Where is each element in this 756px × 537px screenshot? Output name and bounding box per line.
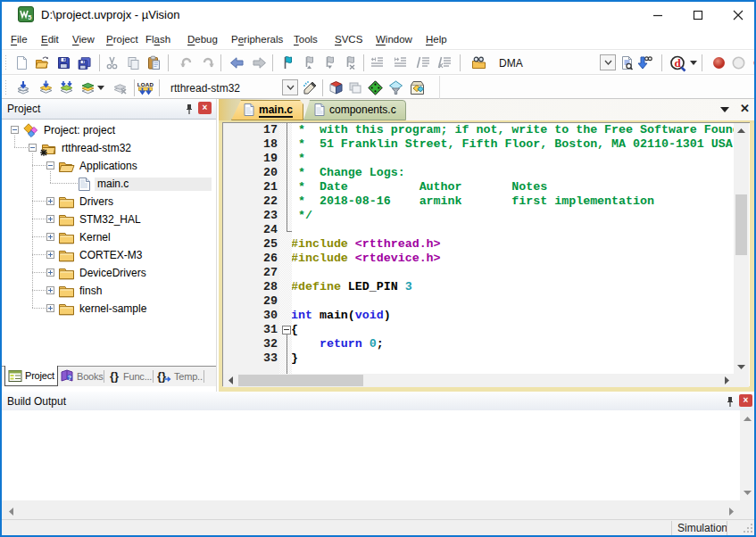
editor-vertical-scrollbar[interactable] [734,123,749,374]
tree-item-label[interactable]: Applications [79,160,137,172]
menu-peripherals[interactable]: Peripherals [231,32,283,48]
tree-item-label[interactable]: rtthread-stm32 [62,142,131,154]
editor-tab-components-c[interactable]: components.c [303,100,406,120]
tree-item-rtthread-stm32[interactable]: rtthread-stm32 [2,139,216,157]
tree-item-project-project[interactable]: Project: project [2,121,216,139]
manage-books-icon[interactable] [348,80,363,95]
tree-item-kernel-sample[interactable]: kernel-sample [2,300,216,318]
menu-edit[interactable]: Edit [41,32,59,48]
toolbar-grip[interactable] [4,79,7,96]
build-output-close-button[interactable]: × [739,394,752,407]
copy-icon[interactable] [126,55,141,70]
panel-tab-temp[interactable]: {}Temp... [154,366,203,386]
tree-item-applications[interactable]: Applications [2,157,216,175]
expand-icon[interactable] [46,286,54,294]
paste-icon[interactable] [146,55,162,70]
panel-tab-project[interactable]: Project [4,366,58,386]
build-output-content[interactable] [2,410,754,500]
expand-icon[interactable] [46,251,54,259]
new-file-icon[interactable] [14,55,29,70]
pin-icon[interactable] [726,396,735,408]
scroll-down-icon[interactable] [734,359,749,374]
manage-items-icon[interactable] [328,80,344,95]
rebuild-icon[interactable] [59,80,74,95]
nav-forward-icon[interactable] [252,55,267,70]
tree-item-label[interactable]: Kernel [79,231,111,244]
toolbar-grip[interactable] [4,54,7,71]
menu-help[interactable]: Help [426,32,447,48]
expand-icon[interactable] [46,215,54,223]
tree-item-cortex-m3[interactable]: CORTEX-M3 [2,246,216,264]
menu-view[interactable]: View [72,32,95,48]
select-packs-icon[interactable] [388,80,403,95]
comment-icon[interactable] [416,55,431,70]
menu-debug[interactable]: Debug [187,32,218,48]
menu-window[interactable]: Window [376,32,412,48]
panel-tab-func[interactable]: {}Func... [105,366,152,386]
menu-tools[interactable]: Tools [294,32,318,48]
scroll-up-icon[interactable] [734,123,749,137]
find-in-files-icon[interactable] [471,55,486,70]
menu-flash[interactable]: Flash [145,32,170,48]
dropdown-caret-icon[interactable] [690,61,697,65]
tree-item-label[interactable]: STM32_HAL [79,213,141,226]
batch-build-icon[interactable] [80,80,96,95]
target-combobox-dropdown-icon[interactable] [282,79,298,95]
build-output-vertical-scrollbar[interactable] [740,410,754,500]
bookmark-icon[interactable] [280,55,295,70]
tab-list-dropdown-icon[interactable] [720,107,729,112]
tree-item-kernel[interactable]: Kernel [2,228,216,246]
expand-icon[interactable] [46,268,54,277]
pack-installer-icon[interactable] [410,80,425,95]
bookmark-clear-icon[interactable] [343,55,358,70]
tree-item-drivers[interactable]: Drivers [2,193,216,211]
scrollbar-thumb[interactable] [238,375,363,386]
tree-item-label[interactable]: finsh [79,285,102,297]
unindent-icon[interactable] [370,55,385,70]
code-text[interactable]: * with this program; if not, write to th… [292,123,734,374]
stop-build-icon[interactable] [112,80,128,95]
panel-tab-books[interactable]: ?Books [57,366,104,386]
tree-item-finsh[interactable]: finsh [2,282,216,300]
nav-back-icon[interactable] [229,55,245,70]
expand-icon[interactable] [46,304,54,312]
incremental-find-icon[interactable] [637,55,652,70]
pin-icon[interactable] [185,103,194,115]
cut-icon[interactable] [104,55,120,70]
tree-item-label[interactable]: CORTEX-M3 [79,249,142,261]
breakpoint-disabled-icon[interactable] [731,55,746,70]
breakpoint-icon[interactable] [711,55,727,70]
open-folder-icon[interactable] [35,55,50,70]
tree-item-label[interactable]: main.c [95,178,212,191]
scroll-left-icon[interactable] [223,374,237,387]
tree-item-stm32-hal[interactable]: STM32_HAL [2,211,216,228]
tree-item-label[interactable]: DeviceDrivers [79,267,146,279]
minimize-button[interactable] [637,2,677,28]
menu-svcs[interactable]: SVCS [335,32,362,48]
runtime-env-icon[interactable] [368,80,383,95]
find-text-combobox-dropdown-icon[interactable] [600,54,616,70]
project-panel-close-button[interactable]: × [198,102,212,114]
menu-project[interactable]: Project [106,32,138,48]
scroll-right-icon[interactable] [719,374,734,387]
collapse-icon[interactable] [46,161,54,169]
indent-icon[interactable] [393,55,408,70]
build-icon[interactable] [38,80,54,95]
bookmark-prev-icon[interactable] [302,55,317,70]
close-button[interactable] [718,2,756,28]
scroll-up-icon[interactable] [740,412,754,425]
tree-item-label[interactable]: Project: project [44,124,115,136]
tree-item-main-c[interactable]: main.c [2,175,216,193]
scroll-down-icon[interactable] [740,486,754,500]
debug-session-icon[interactable]: d [669,55,688,70]
tree-item-label[interactable]: kernel-sample [79,302,146,315]
find-text-combobox[interactable]: DMA [499,57,523,70]
save-all-icon[interactable] [77,55,92,70]
maximize-button[interactable] [677,2,718,28]
save-icon[interactable] [56,55,71,70]
editor-close-icon[interactable]: ✕ [740,102,750,116]
build-output-horizontal-scrollbar[interactable] [2,500,754,519]
fold-collapse-box[interactable] [282,326,291,335]
scrollbar-thumb[interactable] [735,194,747,255]
options-wand-icon[interactable] [303,80,318,95]
